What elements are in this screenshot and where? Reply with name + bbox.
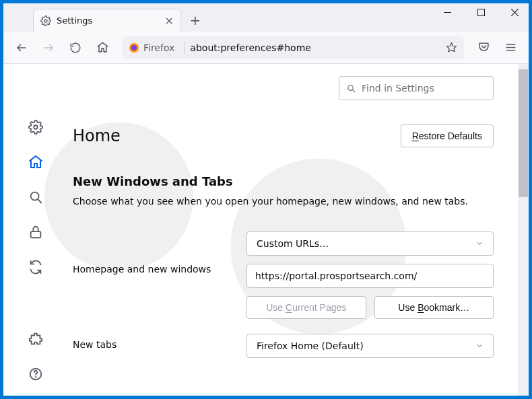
pocket-button[interactable] [472,36,495,59]
select-value: Custom URLs… [257,238,329,249]
close-icon[interactable]: × [165,15,174,26]
svg-point-0 [44,20,47,22]
find-in-settings-input[interactable]: Find in Settings [339,76,494,100]
svg-rect-2 [477,9,484,15]
reload-button[interactable] [64,36,87,59]
window-controls [430,1,531,24]
category-sidebar [3,64,67,396]
homepage-url-input[interactable] [246,264,494,288]
back-button[interactable] [10,36,33,59]
tab-settings[interactable]: Settings × [33,9,181,32]
main-panel: Find in Settings Home Restore Defaults N… [67,64,529,396]
page-title: Home [73,126,121,145]
separator [184,42,185,54]
find-placeholder: Find in Settings [362,83,434,94]
chevron-down-icon [475,240,484,248]
bookmark-star-icon[interactable] [446,42,457,53]
svg-point-11 [34,125,38,129]
search-icon [346,83,356,94]
svg-point-16 [35,377,36,377]
use-bookmark-button[interactable]: Use Bookmark… [374,296,494,319]
identity-box[interactable]: Firefox [129,42,178,53]
forward-button[interactable] [37,36,60,59]
url-text: about:preferences#home [190,42,311,53]
newtabs-mode-select[interactable]: Firefox Home (Default) [246,334,494,358]
section-title: New Windows and Tabs [73,174,510,188]
homepage-mode-select[interactable]: Custom URLs… [246,231,494,256]
sidebar-item-sync[interactable] [28,259,44,275]
chevron-down-icon [475,342,484,350]
identity-label: Firefox [143,42,178,53]
scrollbar-thumb[interactable] [519,69,528,197]
sidebar-item-search[interactable] [28,189,44,205]
svg-point-6 [131,45,137,50]
maximize-button[interactable] [464,1,498,24]
newtabs-row-label: New tabs [73,334,234,350]
url-bar[interactable]: Firefox about:preferences#home [122,36,464,59]
svg-rect-1 [444,12,451,13]
svg-marker-7 [446,42,456,51]
new-tab-button[interactable]: + [185,10,205,30]
titlebar: Settings × + [3,3,529,32]
section-description: Choose what you see when you open your h… [73,195,510,209]
firefox-icon [129,42,139,53]
svg-line-18 [352,89,354,92]
svg-rect-14 [30,231,40,238]
app-menu-button[interactable] [499,36,522,59]
restore-defaults-button[interactable]: Restore Defaults [401,124,494,147]
svg-line-13 [37,199,40,203]
select-value: Firefox Home (Default) [257,340,364,351]
sidebar-item-general[interactable] [28,119,44,135]
navigation-toolbar: Firefox about:preferences#home [3,32,529,64]
close-window-button[interactable] [498,1,531,24]
sidebar-item-privacy[interactable] [28,224,44,240]
scrollbar[interactable] [518,64,529,396]
tab-label: Settings [57,15,160,26]
sidebar-item-help[interactable] [28,366,44,382]
sidebar-item-home[interactable] [28,154,44,170]
minimize-button[interactable] [430,1,464,24]
home-button[interactable] [91,36,114,59]
sidebar-item-extensions[interactable] [28,331,44,347]
plus-icon: + [190,12,201,28]
gear-icon [40,15,51,26]
homepage-row-label: Homepage and new windows [73,231,234,275]
use-current-pages-button[interactable]: Use Current Pages [246,296,366,319]
